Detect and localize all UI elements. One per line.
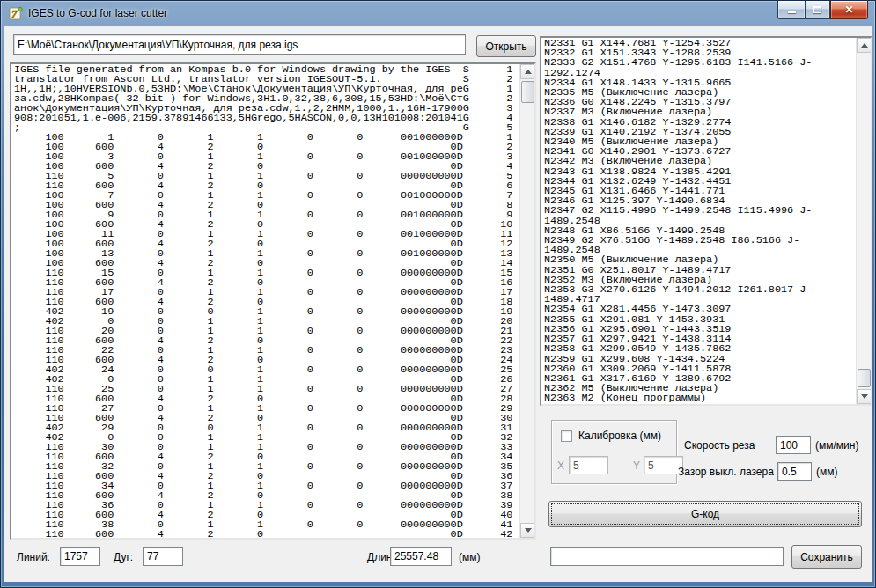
gcode-text: N2331 G1 X144.7681 Y-1254.3527 N2332 G1 … (541, 38, 871, 404)
gcode-scroll-thumb[interactable] (858, 369, 871, 387)
gcode-scroll-up-button[interactable] (857, 38, 872, 53)
arrow-down-icon (861, 394, 868, 399)
maximize-button[interactable] (805, 1, 830, 19)
iges-scroll-down-button[interactable] (520, 523, 535, 538)
file-path-input[interactable] (13, 34, 466, 55)
cut-speed-label: Скорость реза (684, 439, 755, 452)
iges-text-view[interactable]: IGES file generated from an Kompas b.0 f… (10, 62, 536, 540)
iges-scrollbar[interactable] (519, 64, 534, 538)
calibration-group: Калибровка (мм) X Y (551, 420, 677, 484)
window-title: IGES to G-cod for laser cutter (28, 7, 167, 19)
iges-scroll-up-button[interactable] (520, 64, 535, 79)
arcs-count-label: Дуг: (114, 551, 133, 563)
close-button[interactable]: ✕ (830, 1, 868, 19)
arrow-up-icon (525, 70, 532, 74)
titlebar[interactable]: 7 IGES to G-cod for laser cutter ✕ (1, 1, 875, 26)
gcode-text-view[interactable]: N2331 G1 X144.7681 Y-1254.3527 N2332 G1 … (540, 36, 872, 406)
laser-gap-input[interactable] (777, 462, 812, 481)
y-label: Y (633, 459, 640, 472)
minimize-button[interactable] (777, 1, 805, 19)
maximize-icon (813, 6, 821, 13)
save-filename-input[interactable] (550, 547, 784, 566)
laser-gap-label: Зазор выкл. лазера (678, 466, 774, 478)
svg-text:7: 7 (11, 7, 18, 20)
laser-gap-units: (мм) (816, 466, 838, 478)
caption-buttons: ✕ (777, 1, 868, 19)
arrow-up-icon (861, 43, 868, 48)
cut-speed-input[interactable] (776, 436, 811, 454)
iges-text: IGES file generated from an Kompas b.0 f… (11, 64, 534, 540)
lines-count-input[interactable] (60, 547, 100, 566)
close-icon: ✕ (844, 4, 853, 15)
iges-scroll-thumb[interactable] (521, 81, 534, 103)
calibration-checkbox[interactable] (561, 430, 572, 442)
lines-count-label: Линий: (17, 551, 50, 563)
arcs-count-input[interactable] (143, 547, 183, 566)
gcode-scroll-down-button[interactable] (857, 389, 872, 404)
generate-gcode-button[interactable]: G-код (548, 501, 862, 527)
open-button[interactable]: Открыть (476, 35, 536, 57)
length-input[interactable] (390, 547, 452, 566)
gcode-scrollbar[interactable] (856, 38, 871, 404)
arrow-down-icon (525, 528, 532, 533)
client-area: Открыть IGES file generated from an Komp… (4, 26, 872, 582)
calibration-label: Калибровка (мм) (578, 430, 661, 442)
x-input[interactable] (569, 456, 608, 474)
minimize-icon (788, 11, 796, 13)
cut-speed-units: (мм/мин) (815, 439, 858, 452)
x-label: X (557, 459, 564, 472)
length-units: (мм) (459, 551, 481, 563)
save-button[interactable]: Сохранить (791, 545, 862, 569)
app-window: 7 IGES to G-cod for laser cutter ✕ Откры… (0, 0, 876, 588)
app-icon: 7 (9, 6, 23, 20)
